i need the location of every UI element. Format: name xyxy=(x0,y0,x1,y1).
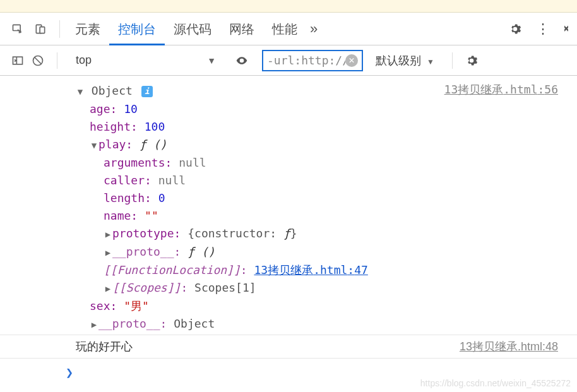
device-toggle-icon[interactable] xyxy=(34,23,47,35)
context-selector[interactable]: top ▼ xyxy=(70,50,222,71)
prop-caller[interactable]: caller: null xyxy=(76,172,444,189)
info-icon[interactable]: i xyxy=(141,86,153,97)
expand-arrow-icon[interactable] xyxy=(104,225,112,243)
close-icon[interactable]: ✕ xyxy=(564,23,568,35)
separator xyxy=(57,52,57,69)
svg-rect-3 xyxy=(13,57,23,64)
prop-name[interactable]: name: "" xyxy=(76,207,444,225)
log-row: 玩的好开心 13拷贝继承.html:48 xyxy=(0,335,577,358)
devtools-tabs: 元素 控制台 源代码 网络 性能 » ⋮ ✕ xyxy=(0,13,577,45)
prop-dunder-proto[interactable]: __proto__: ƒ () xyxy=(76,243,444,261)
prop-function-location[interactable]: [[FunctionLocation]]: 13拷贝继承.html:47 xyxy=(76,261,444,279)
expand-arrow-icon[interactable] xyxy=(76,83,85,100)
chevron-down-icon: ▼ xyxy=(207,56,216,66)
filter-text: -url:http://adz xyxy=(267,54,345,67)
svg-point-5 xyxy=(241,59,242,61)
log-message: 玩的好开心 xyxy=(76,339,460,354)
prop-play[interactable]: play: ƒ () xyxy=(76,136,444,154)
inspect-icon[interactable] xyxy=(11,23,24,35)
tab-performance[interactable]: 性能 xyxy=(263,13,306,45)
prop-age[interactable]: age: 10 xyxy=(76,100,444,118)
console-output: Object i age: 10 height: 100 play: ƒ () … xyxy=(0,76,577,386)
object-root[interactable]: Object i xyxy=(76,82,444,100)
prop-sex[interactable]: sex: "男" xyxy=(76,297,444,315)
yellow-info-strip xyxy=(0,0,577,13)
settings-gear-icon[interactable] xyxy=(509,23,521,35)
clear-filter-icon[interactable]: ✕ xyxy=(345,54,358,67)
watermark: https://blog.csdn.net/weixin_45525272 xyxy=(420,378,571,388)
tab-network[interactable]: 网络 xyxy=(220,13,263,45)
expand-arrow-icon[interactable] xyxy=(104,280,112,297)
separator xyxy=(452,52,453,69)
prop-height[interactable]: height: 100 xyxy=(76,118,444,136)
expand-arrow-icon[interactable] xyxy=(104,244,112,261)
tab-sources[interactable]: 源代码 xyxy=(165,13,220,45)
expand-arrow-icon[interactable] xyxy=(90,136,98,154)
source-link[interactable]: 13拷贝继承.html:47 xyxy=(254,263,367,276)
svg-rect-0 xyxy=(13,25,21,30)
prop-arguments[interactable]: arguments: null xyxy=(76,154,444,172)
separator xyxy=(59,20,60,38)
prop-prototype[interactable]: prototype: {constructor: ƒ} xyxy=(76,225,444,243)
console-settings-gear-icon[interactable] xyxy=(465,54,478,67)
source-link[interactable]: 13拷贝继承.html:56 xyxy=(444,82,577,333)
tab-console[interactable]: 控制台 xyxy=(109,13,165,45)
console-toolbar: top ▼ -url:http://adz ✕ 默认级别 ▼ xyxy=(0,45,577,76)
chevron-down-icon: ▼ xyxy=(427,57,434,66)
sidebar-toggle-icon[interactable] xyxy=(11,54,24,67)
kebab-menu-icon[interactable]: ⋮ xyxy=(537,23,549,35)
source-link[interactable]: 13拷贝继承.html:48 xyxy=(460,339,558,354)
tabs-overflow-icon[interactable]: » xyxy=(310,21,318,37)
clear-console-icon[interactable] xyxy=(32,54,44,67)
prop-length[interactable]: length: 0 xyxy=(76,189,444,207)
prop-scopes[interactable]: [[Scopes]]: Scopes[1] xyxy=(76,279,444,297)
filter-input[interactable]: -url:http://adz ✕ xyxy=(262,50,363,71)
svg-rect-2 xyxy=(40,27,44,33)
tab-elements[interactable]: 元素 xyxy=(66,13,109,45)
context-label: top xyxy=(76,54,92,67)
prop-proto[interactable]: __proto__: Object xyxy=(76,315,444,333)
expand-arrow-icon[interactable] xyxy=(90,316,98,333)
live-expression-icon[interactable] xyxy=(235,54,248,67)
log-level-selector[interactable]: 默认级别 ▼ xyxy=(371,53,439,68)
